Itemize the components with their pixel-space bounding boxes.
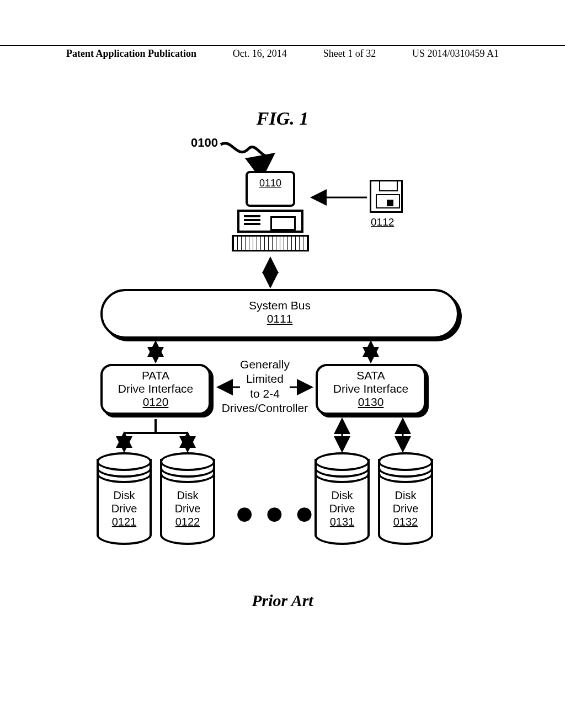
disk-0122: DiskDrive0122: [160, 452, 215, 546]
center-l1: Generally: [215, 357, 315, 372]
disk-l2: Drive: [175, 502, 201, 515]
disk-0132: DiskDrive0132: [378, 452, 433, 546]
floppy-icon: [370, 180, 403, 213]
sata-ref: 0130: [318, 395, 424, 409]
sata-l1: SATA: [318, 369, 424, 382]
system-bus-label: System Bus: [103, 299, 457, 312]
disk-ref: 0121: [112, 516, 137, 528]
monitor-icon: 0110: [246, 171, 295, 207]
floppy-ref: 0112: [371, 216, 394, 228]
sata-box: SATA Drive Interface 0130: [316, 364, 426, 415]
center-l2: Limited: [215, 372, 315, 386]
computer-icon: 0110: [232, 171, 309, 254]
disk-l2: Drive: [111, 502, 137, 515]
pata-box: PATA Drive Interface 0120: [100, 364, 211, 415]
pata-l2: Drive Interface: [103, 382, 209, 395]
prior-art-label: Prior Art: [0, 591, 565, 610]
disk-l1: Disk: [177, 489, 199, 501]
sata-l2: Drive Interface: [318, 382, 424, 395]
disk-l2: Drive: [393, 502, 419, 515]
center-l4: Drives/Controller: [215, 401, 315, 415]
pata-ref: 0120: [103, 395, 209, 409]
system-bus-ref: 0111: [103, 312, 457, 325]
disk-l1: Disk: [114, 489, 135, 501]
disk-l1: Disk: [332, 489, 353, 501]
disk-ref: 0122: [175, 516, 200, 528]
computer-ref: 0110: [259, 178, 281, 189]
system-bus-box: System Bus 0111: [100, 289, 459, 339]
disk-ref: 0132: [393, 516, 418, 528]
tower-icon: [237, 210, 303, 233]
pata-l1: PATA: [103, 369, 209, 382]
center-note: Generally Limited to 2-4 Drives/Controll…: [215, 357, 315, 415]
keyboard-icon: [232, 235, 309, 251]
disk-0121: DiskDrive0121: [97, 452, 152, 546]
center-l3: to 2-4: [215, 387, 315, 401]
disk-l1: Disk: [395, 489, 417, 501]
disk-ref: 0131: [330, 516, 355, 528]
disk-l2: Drive: [329, 502, 355, 515]
ellipsis-dots: ●●●: [234, 494, 324, 532]
disk-0131: DiskDrive0131: [315, 452, 370, 546]
